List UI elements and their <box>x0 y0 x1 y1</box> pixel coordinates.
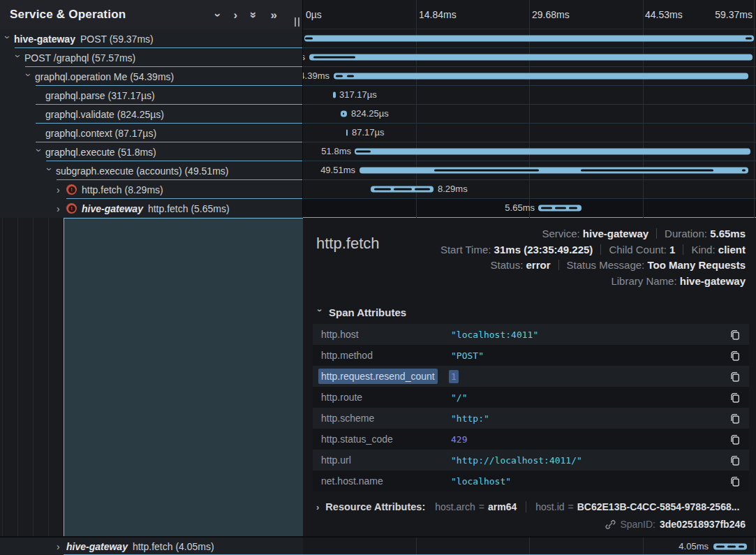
tree-row[interactable]: graphql.validate (824.25µs) <box>0 105 302 124</box>
attribute-key: http.request.resend_count <box>321 371 451 382</box>
expand-one-icon[interactable]: › <box>233 9 237 21</box>
child-span-marker <box>742 170 746 172</box>
chevron-right-icon[interactable]: › <box>57 203 66 214</box>
chevron-down-icon[interactable]: › <box>36 147 45 158</box>
span-label: http.fetch (5.65ms) <box>148 203 230 214</box>
span-bar[interactable] <box>333 92 336 98</box>
gridline <box>754 538 755 555</box>
chevron-right-icon: › <box>316 502 319 512</box>
resource-attributes-row[interactable]: › Resource Attributes: host.arch = arm64… <box>316 501 746 512</box>
attribute-key: http.url <box>321 454 451 466</box>
copy-icon[interactable] <box>729 413 741 424</box>
tree-row[interactable]: › subgraph.execute (accounts) (49.51ms) <box>0 161 302 180</box>
chevron-down-icon[interactable]: › <box>4 34 14 45</box>
chevron-right-icon[interactable]: › <box>57 541 66 552</box>
child-span-marker <box>434 170 539 172</box>
row-divider <box>46 161 302 161</box>
tree-row-selected[interactable]: › ! hive-gateway http.fetch (5.65ms) <box>0 199 302 218</box>
attribute-value: "http://localhost:4011/" <box>451 455 729 466</box>
expand-all-icon[interactable]: » <box>271 9 277 21</box>
duration-label: 4.05ms <box>679 538 709 555</box>
duration-label: 57.57ms <box>303 48 305 66</box>
tree-row[interactable]: › POST /graphql (57.57ms) <box>0 48 302 67</box>
child-span-marker <box>727 545 736 547</box>
tree-row[interactable]: graphql.parse (317.17µs) <box>0 86 302 105</box>
gridline <box>643 0 644 29</box>
chevron-right-icon[interactable]: › <box>57 184 66 195</box>
trace-viewer: Service & Operation › › » » › hive-gatew… <box>0 0 756 555</box>
span-id-row: SpanID: 3de02518937fb246 <box>316 519 746 530</box>
chevron-down-icon[interactable]: › <box>15 52 24 64</box>
attribute-row[interactable]: http.host "localhost:4011" <box>313 324 749 345</box>
indent-guide <box>2 218 3 555</box>
child-span-marker <box>394 188 412 191</box>
duration-label: 317.17µs <box>339 86 377 104</box>
copy-icon[interactable] <box>729 329 741 341</box>
span-label: graphql.operation Me (54.39ms) <box>35 71 174 82</box>
attribute-row[interactable]: http.status_code 429 <box>313 429 749 450</box>
gridline <box>529 538 530 555</box>
attribute-key: http.method <box>321 350 451 361</box>
timeline-bottom-row[interactable]: 4.05ms <box>303 536 756 555</box>
child-span-marker <box>415 188 430 191</box>
copy-icon[interactable] <box>729 434 741 445</box>
meta-line: Service: hive-gatewayDuration: 5.65ms <box>440 226 746 242</box>
span-attributes-header[interactable]: › Span Attributes <box>316 306 746 318</box>
tree-row[interactable]: › hive-gateway http.fetch (4.05ms) <box>0 536 303 555</box>
span-id-value: 3de02518937fb246 <box>660 519 746 530</box>
attribute-key: net.host.name <box>321 475 451 487</box>
span-label: graphql.parse (317.17µs) <box>45 90 155 101</box>
tree-header: Service & Operation › › » » <box>0 0 302 29</box>
child-span-marker <box>343 113 344 115</box>
span-bar[interactable] <box>355 149 750 155</box>
child-span-marker <box>746 38 752 40</box>
copy-icon[interactable] <box>729 371 741 383</box>
child-span-marker <box>347 75 354 77</box>
collapse-one-icon[interactable]: › <box>212 13 224 17</box>
collapse-all-icon[interactable]: » <box>248 11 260 17</box>
attribute-row[interactable]: net.host.name "localhost" <box>313 471 749 491</box>
chevron-down-icon[interactable]: › <box>46 165 56 177</box>
attribute-row-selected[interactable]: http.request.resend_count 1 <box>313 366 749 387</box>
child-span-marker <box>581 170 713 172</box>
duration-label: 5.65ms <box>505 199 535 217</box>
span-tree: › hive-gateway POST (59.37ms) › POST /gr… <box>0 29 302 218</box>
copy-icon[interactable] <box>729 350 741 362</box>
timeline-area: 0µs 14.84ms 29.68ms 44.53ms 59.37ms 59.3… <box>303 0 756 555</box>
tree-row[interactable]: › graphql.operation Me (54.39ms) <box>0 67 302 86</box>
row-divider <box>25 66 302 67</box>
copy-icon[interactable] <box>729 475 741 487</box>
link-icon[interactable] <box>605 519 616 530</box>
panel-resize-handle[interactable] <box>295 17 299 27</box>
span-label: POST /graphql (57.57ms) <box>24 52 135 64</box>
tree-row[interactable]: graphql.context (87.17µs) <box>0 124 302 142</box>
chevron-down-icon: › <box>316 307 323 318</box>
span-bar[interactable] <box>346 130 348 136</box>
selected-span-expanded-region[interactable] <box>64 218 303 536</box>
gridline <box>416 0 417 29</box>
tree-row-root[interactable]: › hive-gateway POST (59.37ms) <box>0 29 302 48</box>
attribute-value: "localhost" <box>451 476 729 487</box>
child-span-marker <box>374 188 391 191</box>
attribute-row[interactable]: http.route "/" <box>313 387 749 408</box>
chevron-down-icon[interactable]: › <box>25 71 35 82</box>
child-span-marker <box>541 207 552 209</box>
attribute-key: http.route <box>321 392 451 403</box>
timeline-header: 0µs 14.84ms 29.68ms 44.53ms 59.37ms <box>303 0 756 29</box>
copy-icon[interactable] <box>729 454 741 466</box>
child-span-marker <box>716 545 725 547</box>
time-tick: 14.84ms <box>419 0 457 29</box>
span-label: graphql.execute (51.8ms) <box>45 147 156 158</box>
span-bar[interactable] <box>304 36 754 42</box>
tree-row[interactable]: › ! http.fetch (8.29ms) <box>0 180 302 199</box>
attribute-row[interactable]: http.method "POST" <box>313 345 749 366</box>
child-span-marker <box>555 207 566 209</box>
attribute-key: http.host <box>321 329 451 340</box>
tree-row[interactable]: › graphql.execute (51.8ms) <box>0 142 302 161</box>
attribute-row[interactable]: http.url "http://localhost:4011/" <box>313 450 749 471</box>
attribute-row[interactable]: http.scheme "http:" <box>313 408 749 429</box>
copy-icon[interactable] <box>729 392 741 404</box>
span-bar[interactable] <box>334 73 748 80</box>
span-bar[interactable] <box>309 54 753 61</box>
timeline-row-selected[interactable]: 5.65ms <box>303 199 756 218</box>
